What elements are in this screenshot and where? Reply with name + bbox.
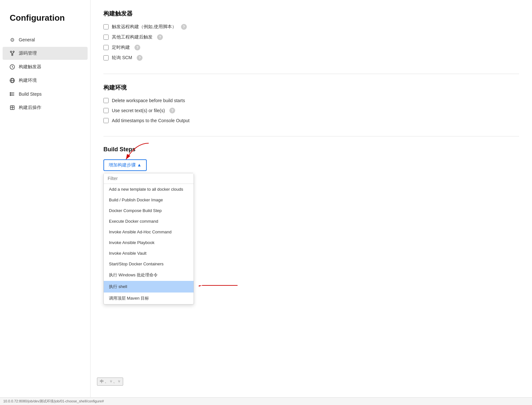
trigger-checkbox-4[interactable]: [103, 55, 109, 60]
dropdown-item-8[interactable]: Start/Stop Docker Containers: [104, 259, 194, 269]
sidebar-item-general[interactable]: ⚙ General: [3, 33, 88, 46]
env-checkbox-1[interactable]: [103, 98, 109, 103]
trigger-help-2[interactable]: ?: [157, 34, 163, 40]
trigger-help-3[interactable]: ?: [134, 45, 140, 50]
sidebar-item-scm[interactable]: 源码管理: [3, 47, 88, 60]
sidebar-item-triggers-label: 构建触发器: [19, 64, 41, 70]
scm-icon: [9, 50, 16, 57]
triggers-title: 构建触发器: [103, 10, 519, 17]
sidebar-item-triggers[interactable]: 构建触发器: [3, 60, 88, 73]
env-checkbox-row-2: Use secret text(s) or file(s) ?: [103, 108, 519, 113]
post-build-icon: [9, 104, 16, 111]
dropdown-item-11[interactable]: 调用顶层 Maven 目标: [104, 293, 194, 304]
ime-toolbar: 中 、 ⑂ 、 ⑂: [97, 378, 123, 386]
general-icon: ⚙: [9, 37, 16, 43]
status-bar-text: 10.0.0.72:8080/job/dev测试环境/job/01-choose…: [3, 399, 104, 403]
dropdown-item-4[interactable]: Execute Docker command: [104, 216, 194, 227]
svg-point-2: [12, 54, 13, 56]
svg-point-1: [13, 51, 14, 52]
trigger-icon: [9, 64, 16, 70]
trigger-help-1[interactable]: ?: [181, 24, 187, 30]
svg-line-7: [12, 67, 13, 68]
trigger-checkbox-1[interactable]: [103, 24, 109, 29]
dropdown-item-2[interactable]: Build / Publish Docker Image: [104, 195, 194, 205]
trigger-label-3: 定时构建: [112, 45, 130, 50]
divider-1: [103, 74, 519, 74]
ime-text: 中 、 ⑂ 、 ⑂: [100, 379, 120, 384]
env-label-2: Use secret text(s) or file(s): [112, 108, 165, 113]
trigger-label-2: 其他工程构建后触发: [112, 34, 153, 40]
sidebar-item-general-label: General: [19, 37, 35, 42]
dropdown-item-6[interactable]: Invoke Ansible Playbook: [104, 237, 194, 248]
page-layout: Configuration ⚙ General 源码管理: [0, 0, 532, 405]
env-label-1: Delete workspace before build starts: [112, 98, 185, 103]
status-bar: 10.0.0.72:8080/job/dev测试环境/job/01-choose…: [0, 397, 532, 405]
sidebar-item-build-steps[interactable]: Build Steps: [3, 88, 88, 101]
build-steps-icon: [9, 91, 16, 97]
sidebar-item-post-build-label: 构建后操作: [19, 105, 41, 111]
page-title: Configuration: [0, 6, 90, 33]
divider-2: [103, 136, 519, 136]
svg-line-3: [11, 52, 12, 54]
dropdown-item-7[interactable]: Invoke Ansible Vault: [104, 248, 194, 259]
dropdown-item-1[interactable]: Add a new template to all docker clouds: [104, 184, 194, 195]
env-help-2[interactable]: ?: [169, 108, 175, 113]
dropdown-item-5[interactable]: Invoke Ansible Ad-Hoc Command: [104, 227, 194, 237]
svg-point-15: [10, 94, 11, 94]
sidebar-item-post-build[interactable]: 构建后操作: [3, 101, 88, 114]
trigger-checkbox-row-1: 触发远程构建（例如,使用脚本） ?: [103, 24, 519, 30]
env-checkbox-row-3: Add timestamps to the Console Output: [103, 118, 519, 123]
build-steps-title: Build Steps: [103, 146, 519, 153]
sidebar-item-build-steps-label: Build Steps: [19, 91, 42, 97]
svg-point-0: [10, 51, 12, 52]
trigger-checkbox-row-2: 其他工程构建后触发 ?: [103, 34, 519, 40]
arrow-bottom-annotation: [199, 281, 241, 290]
dropdown-item-3[interactable]: Docker Compose Build Step: [104, 205, 194, 216]
environment-title: 构建环境: [103, 84, 519, 91]
svg-point-16: [10, 95, 11, 96]
trigger-label-4: 轮询 SCM: [112, 55, 132, 61]
environment-section: 构建环境 Delete workspace before build start…: [103, 84, 519, 123]
trigger-checkbox-3[interactable]: [103, 45, 109, 50]
trigger-label-1: 触发远程构建（例如,使用脚本）: [112, 24, 176, 30]
environment-icon: [9, 77, 16, 84]
dropdown-filter-input[interactable]: [104, 173, 194, 184]
env-checkbox-3[interactable]: [103, 118, 109, 123]
main-content: 构建触发器 触发远程构建（例如,使用脚本） ? 其他工程构建后触发 ? 定时构建…: [90, 0, 532, 405]
env-checkbox-row-1: Delete workspace before build starts: [103, 98, 519, 103]
env-label-3: Add timestamps to the Console Output: [112, 118, 189, 123]
env-checkbox-2[interactable]: [103, 108, 109, 113]
trigger-checkbox-row-3: 定时构建 ?: [103, 45, 519, 50]
sidebar-item-environment-label: 构建环境: [19, 78, 37, 83]
add-step-button[interactable]: 增加构建步骤 ▲: [103, 159, 147, 171]
dropdown-item-10[interactable]: 执行 shell: [104, 281, 194, 293]
svg-line-4: [12, 52, 14, 54]
sidebar-item-environment[interactable]: 构建环境: [3, 74, 88, 87]
add-step-dropdown-container: 增加构建步骤 ▲ Add a new template to all docke…: [103, 159, 147, 171]
dropdown-item-9[interactable]: 执行 Windows 批处理命令: [104, 269, 194, 281]
trigger-checkbox-row-4: 轮询 SCM ?: [103, 55, 519, 61]
svg-point-14: [10, 92, 11, 93]
sidebar: Configuration ⚙ General 源码管理: [0, 0, 90, 405]
sidebar-item-scm-label: 源码管理: [19, 50, 37, 56]
build-steps-section: Build Steps 增加构建步骤 ▲: [103, 146, 519, 171]
triggers-section: 构建触发器 触发远程构建（例如,使用脚本） ? 其他工程构建后触发 ? 定时构建…: [103, 10, 519, 61]
dropdown-menu: Add a new template to all docker clouds …: [103, 173, 194, 304]
trigger-checkbox-2[interactable]: [103, 35, 109, 40]
trigger-help-4[interactable]: ?: [137, 55, 143, 61]
